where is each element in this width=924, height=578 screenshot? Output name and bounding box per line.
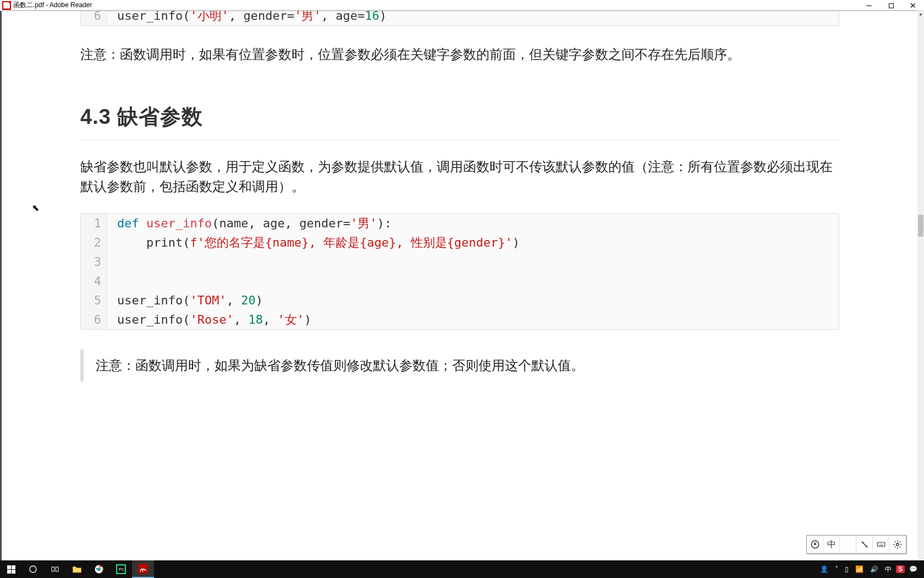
tray-volume-icon[interactable]: 🔊	[868, 565, 881, 573]
line-number: 6	[81, 11, 107, 25]
tray-network-icon[interactable]: 📶	[853, 565, 866, 573]
reader-lang-button[interactable]: 中	[823, 536, 840, 553]
reader-keyboard-button[interactable]	[873, 536, 889, 553]
svg-rect-6	[52, 567, 54, 571]
code-row: 5 user_info('TOM', 20)	[81, 291, 839, 310]
tray-notifications-icon[interactable]: 💬	[907, 565, 920, 573]
reader-save-button[interactable]	[807, 536, 823, 553]
line-number: 3	[81, 252, 107, 271]
code-line: print(f'您的名字是{name}, 年龄是{age}, 性别是{gende…	[107, 233, 520, 252]
code-row: 2 print(f'您的名字是{name}, 年龄是{age}, 性别是{gen…	[81, 233, 839, 252]
circle-icon	[29, 565, 37, 574]
vertical-scrollbar[interactable]: ▲	[917, 11, 924, 560]
code-row: 3	[81, 252, 839, 271]
task-view-icon	[51, 565, 59, 574]
body-paragraph-1: 缺省参数也叫默认参数，用于定义函数，为参数提供默认值，调用函数时可不传该默认参数…	[80, 157, 839, 197]
cortana-button[interactable]	[22, 560, 44, 578]
minimize-button[interactable]	[858, 0, 880, 11]
code-row: 6 user_info('小明', gender='男', age=16)	[81, 11, 839, 25]
code-row: 1 def user_info(name, age, gender='男'):	[81, 214, 839, 233]
svg-rect-13	[138, 564, 148, 574]
file-explorer-taskbar[interactable]	[66, 560, 88, 578]
line-number: 1	[81, 214, 107, 233]
line-number: 4	[81, 271, 107, 291]
reader-night-button[interactable]	[840, 536, 856, 553]
note-paragraph-1: 注意：函数调用时，如果有位置参数时，位置参数必须在关键字参数的前面，但关键字参数…	[80, 45, 839, 64]
system-tray: 👤 ˄ ▯ 📶 🔊 中 S 💬	[818, 565, 924, 574]
window-controls: ✕	[858, 0, 924, 11]
code-line: user_info('Rose', 18, '女')	[107, 310, 311, 329]
pycharm-icon: PC	[116, 564, 126, 574]
code-line: user_info('TOM', 20)	[107, 291, 263, 310]
pycharm-taskbar[interactable]: PC	[110, 560, 132, 578]
save-icon	[810, 539, 820, 549]
scroll-thumb[interactable]	[918, 215, 923, 237]
reader-floating-toolbar: 中	[806, 535, 906, 554]
pdf-page: 4 5 user_info('Rose', age=20, gender='女'…	[2, 11, 917, 560]
scroll-up-arrow[interactable]: ▲	[917, 11, 924, 17]
tray-ime-brand[interactable]: S	[896, 565, 905, 573]
reader-settings-button[interactable]	[889, 536, 906, 553]
code-line: user_info('小明', gender='男', age=16)	[107, 11, 387, 25]
chrome-icon	[94, 564, 104, 574]
line-number: 2	[81, 233, 107, 252]
tray-expand-icon[interactable]: ˄	[833, 565, 840, 573]
note-blockquote: 注意：函数调用时，如果为缺省参数传值则修改默认参数值；否则使用这个默认值。	[80, 350, 839, 381]
section-heading: 4.3 缺省参数	[80, 103, 839, 140]
adobe-reader-taskbar[interactable]	[132, 560, 154, 578]
scroll-icon	[860, 539, 870, 549]
line-number: 6	[81, 310, 107, 329]
code-block-2: 1 def user_info(name, age, gender='男'): …	[80, 213, 839, 330]
chrome-taskbar[interactable]	[88, 560, 110, 578]
night-icon	[843, 539, 853, 549]
titlebar: 函数二.pdf - Adobe Reader ✕	[0, 0, 924, 11]
adobe-reader-taskbar-icon	[138, 564, 148, 574]
svg-point-5	[30, 566, 36, 572]
svg-rect-7	[56, 567, 58, 571]
code-line	[107, 252, 117, 271]
code-line: def user_info(name, age, gender='男'):	[107, 214, 392, 233]
start-button[interactable]	[0, 560, 22, 578]
svg-rect-3	[877, 542, 885, 547]
folder-icon	[72, 565, 82, 574]
page-content: 4 5 user_info('Rose', age=20, gender='女'…	[80, 11, 839, 560]
tray-ime-lang[interactable]: 中	[883, 565, 894, 574]
tray-people-icon[interactable]: 👤	[818, 565, 831, 573]
svg-text:PC: PC	[119, 567, 125, 572]
maximize-button[interactable]	[880, 0, 902, 11]
window-title: 函数二.pdf - Adobe Reader	[13, 1, 92, 10]
adobe-reader-icon	[2, 1, 11, 10]
line-number: 5	[81, 291, 107, 310]
windows-logo-icon	[7, 565, 15, 574]
reader-scroll-button[interactable]	[856, 536, 873, 553]
keyboard-icon	[876, 539, 886, 549]
taskbar: PC 👤 ˄ ▯ 📶 🔊 中 S 💬	[0, 560, 924, 578]
svg-point-4	[897, 543, 899, 546]
tray-battery-icon[interactable]: ▯	[843, 565, 851, 573]
code-row: 4	[81, 271, 839, 291]
code-row: 6 user_info('Rose', 18, '女')	[81, 310, 839, 329]
gear-icon	[893, 539, 903, 549]
close-button[interactable]: ✕	[902, 0, 924, 11]
document-viewport: 4 5 user_info('Rose', age=20, gender='女'…	[0, 11, 924, 560]
code-block-1: 4 5 user_info('Rose', age=20, gender='女'…	[80, 11, 839, 26]
task-view-button[interactable]	[44, 560, 66, 578]
code-line	[107, 271, 117, 291]
